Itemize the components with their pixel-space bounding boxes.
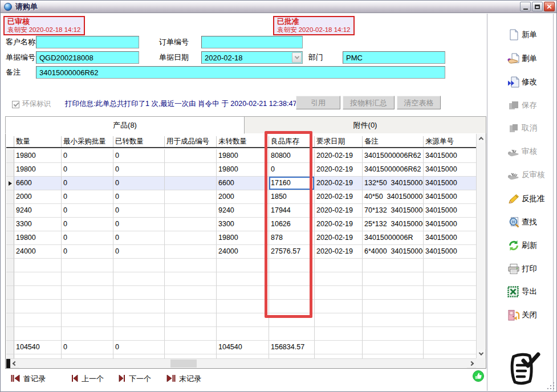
horizontal-scroll-thumb[interactable] <box>170 360 197 368</box>
customer-name-field[interactable] <box>36 36 139 48</box>
table-cell[interactable]: 2020-02-19 <box>315 245 363 259</box>
table-cell[interactable] <box>165 245 217 259</box>
table-cell[interactable] <box>165 218 217 231</box>
row-selector-cell[interactable] <box>6 177 14 190</box>
column-header-4[interactable]: 用于成品编号 <box>165 136 217 147</box>
table-cell[interactable]: 0 <box>113 149 165 163</box>
table-cell[interactable]: 19800 <box>217 231 269 245</box>
column-header-9[interactable]: 来源单号 <box>424 136 476 147</box>
resize-grip[interactable] <box>547 382 554 389</box>
table-cell[interactable]: 34015000 <box>424 177 476 190</box>
sidebar-button-refresh[interactable]: 刷新 <box>507 239 554 252</box>
minimize-button[interactable] <box>520 2 531 11</box>
table-row[interactable]: 3300003300106262020-02-1925*132 34015000… <box>6 218 476 231</box>
table-cell[interactable]: 0 <box>113 218 165 231</box>
table-cell[interactable]: 24000 <box>14 245 62 259</box>
sidebar-button-close-door[interactable]: 关闭 <box>507 308 554 322</box>
scroll-down-button[interactable] <box>477 349 486 358</box>
table-cell[interactable] <box>165 163 217 177</box>
table-row[interactable]: 9240009240179442020-02-1970*132 34015000… <box>6 204 476 218</box>
sidebar-button-delete-doc[interactable]: 删单 <box>507 52 554 66</box>
table-cell[interactable]: 0 <box>113 245 165 259</box>
doc-date-dropdown-button[interactable] <box>292 52 302 63</box>
column-header-1[interactable]: 数量 <box>14 136 62 147</box>
table-cell[interactable]: 34015000 <box>424 163 476 177</box>
row-selector-cell[interactable] <box>6 245 14 259</box>
table-row[interactable]: 198000019800808002020-02-1934015000006R6… <box>6 149 476 163</box>
order-no-field[interactable] <box>201 36 303 48</box>
table-cell[interactable]: 2000 <box>217 190 269 204</box>
nav-previous-record-button[interactable]: 上一个 <box>71 372 104 386</box>
table-cell[interactable]: 34015000 <box>424 204 476 218</box>
table-row[interactable]: 24000002400027576.572020-02-196*4000 340… <box>6 245 476 259</box>
table-row[interactable]: 6600006600171602020-02-19132*50 34015000… <box>6 177 476 190</box>
table-cell[interactable]: 34015000006R62 <box>363 163 424 177</box>
table-cell[interactable]: 2020-02-19 <box>315 163 363 177</box>
table-cell[interactable]: 19800 <box>217 163 269 177</box>
table-cell[interactable]: 0 <box>113 190 165 204</box>
row-selector-cell[interactable] <box>6 163 14 177</box>
table-cell[interactable]: 0 <box>62 245 113 259</box>
close-button[interactable]: ✕ <box>544 2 555 11</box>
table-cell[interactable]: 6600 <box>14 177 62 190</box>
row-selector-cell[interactable] <box>6 204 14 218</box>
table-cell[interactable]: 19800 <box>217 149 269 163</box>
table-cell[interactable]: 0 <box>62 177 113 190</box>
table-cell[interactable]: 6*4000 34015000006R <box>363 245 424 259</box>
maximize-button[interactable] <box>532 2 543 11</box>
table-cell[interactable]: 9240 <box>217 204 269 218</box>
column-header-7[interactable]: 要求日期 <box>315 136 363 147</box>
table-cell[interactable]: 6600 <box>217 177 269 190</box>
scroll-left-button[interactable] <box>10 359 19 368</box>
scroll-right-button[interactable] <box>467 359 476 368</box>
table-cell[interactable]: 3300 <box>14 218 62 231</box>
table-cell[interactable]: 9240 <box>14 204 62 218</box>
column-header-3[interactable]: 已转数量 <box>113 136 165 147</box>
table-cell[interactable]: 3300 <box>217 218 269 231</box>
table-cell[interactable]: 34015000 <box>424 218 476 231</box>
table-cell[interactable] <box>165 149 217 163</box>
row-selector-cell[interactable] <box>6 190 14 204</box>
table-row[interactable]: 1980000198008782020-02-1934015000006R340… <box>6 231 476 245</box>
column-header-8[interactable]: 备注 <box>363 136 424 147</box>
column-header-2[interactable]: 最小采购批量 <box>62 136 113 147</box>
table-cell[interactable]: 0 <box>62 190 113 204</box>
sidebar-button-edit-doc[interactable]: 修改 <box>507 75 554 89</box>
table-cell[interactable]: 2020-02-19 <box>315 231 363 245</box>
table-cell[interactable] <box>165 204 217 218</box>
table-cell[interactable]: 132*50 34015000006R <box>363 177 424 190</box>
table-cell[interactable]: 2020-02-19 <box>315 190 363 204</box>
row-selector-cell[interactable] <box>6 149 14 163</box>
table-cell[interactable]: 34015000 <box>424 245 476 259</box>
table-cell[interactable] <box>165 177 217 190</box>
row-selector-cell[interactable] <box>6 231 14 245</box>
table-cell[interactable]: 0 <box>113 204 165 218</box>
table-cell[interactable]: 24000 <box>217 245 269 259</box>
table-cell[interactable]: 0 <box>62 163 113 177</box>
doc-no-field[interactable] <box>36 51 139 64</box>
table-cell[interactable]: 34015000 <box>424 190 476 204</box>
nav-first-record-button[interactable]: 首记录 <box>11 372 46 386</box>
table-cell[interactable]: 19800 <box>14 149 62 163</box>
department-field[interactable] <box>343 51 445 64</box>
table-cell[interactable]: 19800 <box>14 163 62 177</box>
sidebar-button-unapprove-pencil[interactable]: 反批准 <box>507 192 554 206</box>
sidebar-button-print[interactable]: 打印 <box>507 262 554 276</box>
table-cell[interactable]: 2000 <box>14 190 62 204</box>
table-row[interactable]: 19800001980002020-02-1934015000006R62340… <box>6 163 476 177</box>
table-cell[interactable]: 19800 <box>14 231 62 245</box>
table-cell[interactable] <box>165 231 217 245</box>
table-cell[interactable]: 0 <box>62 149 113 163</box>
table-cell[interactable]: 0 <box>113 177 165 190</box>
table-cell[interactable]: 0 <box>113 231 165 245</box>
table-cell[interactable]: 70*132 34015000006R <box>363 204 424 218</box>
table-cell[interactable]: 0 <box>62 231 113 245</box>
table-cell[interactable]: 2020-02-19 <box>315 149 363 163</box>
table-cell[interactable]: 2020-02-19 <box>315 204 363 218</box>
sidebar-button-export-excel[interactable]: 导出 <box>507 285 554 299</box>
horizontal-scrollbar[interactable] <box>6 358 476 368</box>
table-row[interactable]: 200000200018502020-02-1940*50 3401500000… <box>6 190 476 204</box>
table-cell[interactable]: 40*50 34015000006R <box>363 190 424 204</box>
nav-last-record-button[interactable]: 末记录 <box>166 372 201 386</box>
nav-next-record-button[interactable]: 下一个 <box>119 372 151 386</box>
